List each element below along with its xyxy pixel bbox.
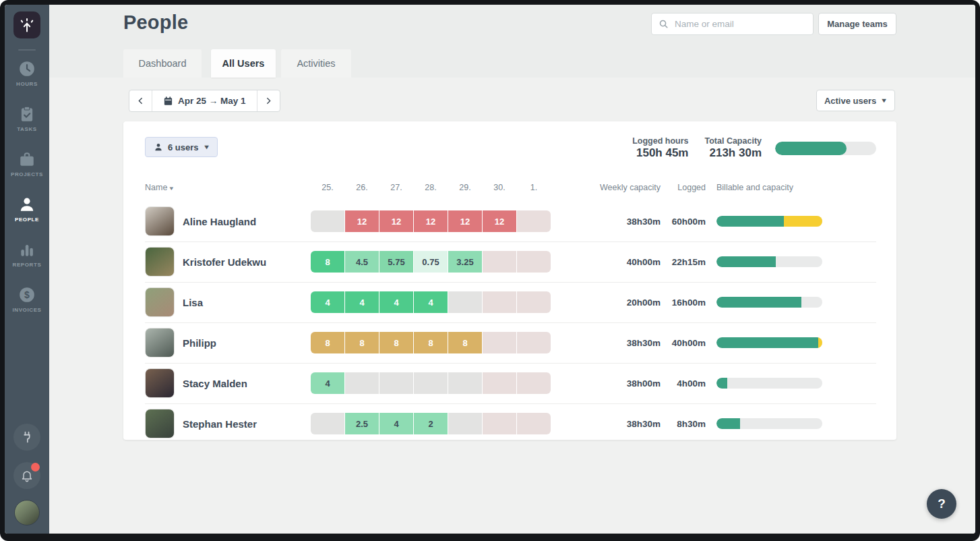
day-cell[interactable] xyxy=(517,210,551,232)
day-cell[interactable] xyxy=(311,413,344,434)
day-cell[interactable]: 8 xyxy=(311,332,344,353)
search-input[interactable] xyxy=(675,19,806,29)
day-cell[interactable]: 4 xyxy=(414,291,448,313)
day-cell[interactable]: 8 xyxy=(448,332,482,353)
user-name[interactable]: Stacy Malden xyxy=(183,363,247,403)
day-cell[interactable]: 12 xyxy=(448,210,482,232)
day-cell[interactable] xyxy=(517,291,551,313)
user-name[interactable]: Lisa xyxy=(183,282,203,322)
avatar[interactable] xyxy=(145,206,175,236)
total-capacity-value: 213h 30m xyxy=(704,146,762,160)
clock-icon xyxy=(18,60,36,78)
sidebar-item-hours[interactable]: HOURS xyxy=(11,60,43,87)
clipboard-check-icon xyxy=(18,105,36,123)
day-cell[interactable] xyxy=(345,372,379,394)
avatar[interactable] xyxy=(145,247,175,277)
day-column-header: 26. xyxy=(345,183,379,192)
avatar[interactable] xyxy=(145,368,175,398)
day-cell[interactable] xyxy=(483,413,516,434)
day-cell[interactable] xyxy=(483,372,516,394)
day-cell[interactable]: 8 xyxy=(379,332,413,353)
app-window-frame: HOURSTASKSPROJECTSPEOPLEREPORTS$INVOICES xyxy=(0,0,980,541)
day-cell[interactable] xyxy=(311,210,344,232)
day-cell[interactable]: 4 xyxy=(311,291,344,313)
sidebar-item-tasks[interactable]: TASKS xyxy=(11,105,43,132)
day-cell[interactable] xyxy=(448,291,482,313)
sidebar-item-projects[interactable]: PROJECTS xyxy=(11,150,43,177)
weekly-capacity-value: 40h00m xyxy=(555,241,661,282)
user-filter-dropdown[interactable]: Active users ▼ xyxy=(816,90,895,111)
logged-hours-label: Logged hours xyxy=(632,136,688,146)
day-cell[interactable]: 8 xyxy=(414,332,448,353)
current-user-avatar[interactable] xyxy=(14,500,40,525)
users-count-dropdown[interactable]: 6 users ▼ xyxy=(145,137,218,157)
day-cell[interactable]: 12 xyxy=(414,210,448,232)
day-cell[interactable]: 8 xyxy=(311,251,344,273)
day-cell[interactable] xyxy=(448,413,482,434)
day-cell[interactable] xyxy=(483,332,516,353)
name-column-header[interactable]: Name▾ xyxy=(145,183,173,192)
date-range-button[interactable]: Apr 25 → May 1 xyxy=(152,90,257,111)
day-cell[interactable]: 12 xyxy=(379,210,413,232)
manage-teams-button[interactable]: Manage teams xyxy=(818,13,896,35)
bar-chart-icon xyxy=(18,241,36,258)
day-cell[interactable]: 8 xyxy=(345,332,379,353)
tab-all-users[interactable]: All Users xyxy=(211,49,276,78)
day-cell[interactable]: 5.75 xyxy=(379,251,413,273)
user-name[interactable]: Stephan Hester xyxy=(183,403,257,444)
day-cell[interactable]: 12 xyxy=(345,210,379,232)
day-column-header: 1. xyxy=(517,183,551,192)
logged-hours-stat: Logged hours 150h 45m xyxy=(632,136,688,160)
table-row: Stacy Malden438h00m4h00m xyxy=(123,363,896,403)
tab-dashboard[interactable]: Dashboard xyxy=(123,49,202,78)
user-name[interactable]: Philipp xyxy=(183,322,216,363)
day-cell[interactable]: 4 xyxy=(311,372,344,394)
day-cell[interactable] xyxy=(517,332,551,353)
app-window: HOURSTASKSPROJECTSPEOPLEREPORTS$INVOICES xyxy=(5,5,975,534)
billable-bar-green xyxy=(716,418,740,429)
day-cell[interactable]: 4 xyxy=(379,291,413,313)
day-cell[interactable]: 4 xyxy=(345,291,379,313)
table-row: Kristofer Udekwu84.55.750.753.2540h00m22… xyxy=(123,241,896,282)
next-week-button[interactable] xyxy=(257,90,280,111)
day-cell[interactable] xyxy=(517,251,551,273)
logged-value: 22h15m xyxy=(661,241,706,282)
day-cell[interactable] xyxy=(517,413,551,434)
day-cell[interactable]: 3.25 xyxy=(448,251,482,273)
day-cell[interactable] xyxy=(448,372,482,394)
sidebar-item-people[interactable]: PEOPLE xyxy=(11,196,43,223)
avatar[interactable] xyxy=(145,328,175,358)
day-cell[interactable]: 2.5 xyxy=(345,413,379,434)
toolbar: Apr 25 → May 1 Active users ▼ xyxy=(49,78,975,122)
day-cell[interactable]: 2 xyxy=(414,413,448,434)
app-logo[interactable] xyxy=(13,11,40,38)
day-cell[interactable] xyxy=(483,251,516,273)
avatar[interactable] xyxy=(145,287,175,317)
notification-badge xyxy=(31,463,40,472)
day-cells: 88888 xyxy=(311,332,551,353)
calendar-icon xyxy=(163,96,173,106)
notifications-button[interactable] xyxy=(13,462,40,489)
sidebar-item-invoices[interactable]: $INVOICES xyxy=(11,286,43,313)
person-icon xyxy=(18,196,36,213)
weekly-capacity-header: Weekly capacity xyxy=(555,183,661,192)
help-button[interactable]: ? xyxy=(927,489,956,519)
prev-week-button[interactable] xyxy=(129,90,152,111)
day-cell[interactable]: 4 xyxy=(379,413,413,434)
sidebar-item-reports[interactable]: REPORTS xyxy=(11,241,43,268)
day-cell[interactable]: 0.75 xyxy=(414,251,448,273)
timely-arrow-icon xyxy=(19,17,35,33)
logged-value: 16h00m xyxy=(661,282,706,322)
day-cell[interactable]: 4.5 xyxy=(345,251,379,273)
user-name[interactable]: Aline Haugland xyxy=(183,201,256,241)
day-cell[interactable]: 12 xyxy=(483,210,516,232)
tab-activities[interactable]: Activities xyxy=(281,49,351,78)
day-cell[interactable] xyxy=(379,372,413,394)
user-name[interactable]: Kristofer Udekwu xyxy=(183,241,266,282)
day-cell[interactable] xyxy=(517,372,551,394)
day-cell[interactable] xyxy=(483,291,516,313)
sort-caret-icon: ▾ xyxy=(170,185,174,192)
day-cell[interactable] xyxy=(414,372,448,394)
avatar[interactable] xyxy=(145,409,175,438)
integrations-button[interactable] xyxy=(13,424,40,451)
